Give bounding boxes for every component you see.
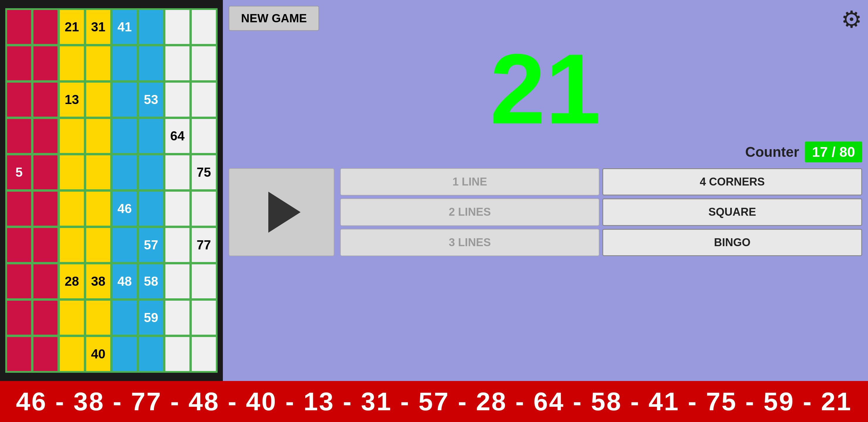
cell-r3c6[interactable]: 64 — [165, 119, 190, 154]
cell-r0c0[interactable] — [6, 9, 32, 44]
cell-r5c5[interactable] — [138, 191, 164, 226]
cell-r2c2[interactable]: 13 — [59, 82, 85, 117]
two-lines-option[interactable]: 2 LINES — [340, 198, 599, 226]
counter-value: 17 / 80 — [805, 141, 862, 162]
cell-r9c2[interactable] — [59, 336, 85, 371]
cell-r9c6[interactable] — [165, 336, 190, 371]
one-line-option[interactable]: 1 LINE — [340, 168, 599, 195]
cell-r8c1[interactable] — [33, 300, 58, 335]
cell-r6c4[interactable] — [112, 227, 137, 263]
cell-r0c4[interactable]: 41 — [112, 9, 137, 44]
cell-r2c0[interactable] — [6, 82, 32, 117]
cell-r5c4[interactable]: 46 — [112, 191, 137, 226]
cell-r4c1[interactable] — [33, 155, 58, 190]
cell-r8c2[interactable] — [59, 300, 85, 335]
cell-r6c7[interactable]: 77 — [191, 227, 216, 263]
cell-r7c6[interactable] — [165, 264, 190, 299]
cell-r7c3[interactable]: 38 — [86, 264, 111, 299]
ticker-text: 46 - 38 - 77 - 48 - 40 - 13 - 31 - 57 - … — [16, 387, 852, 416]
cell-r3c5[interactable] — [138, 119, 164, 154]
cell-r1c5[interactable] — [138, 46, 164, 81]
four-corners-option[interactable]: 4 CORNERS — [602, 168, 862, 195]
cell-r2c6[interactable] — [165, 82, 190, 117]
cell-r3c3[interactable] — [86, 119, 111, 154]
cell-r6c1[interactable] — [33, 227, 58, 263]
cell-r5c7[interactable] — [191, 191, 216, 226]
play-button[interactable] — [229, 168, 334, 256]
cell-r2c4[interactable] — [112, 82, 137, 117]
gear-icon[interactable]: ⚙ — [841, 6, 862, 33]
cell-r6c6[interactable] — [165, 227, 190, 263]
cell-r1c0[interactable] — [6, 46, 32, 81]
cell-r7c5[interactable]: 58 — [138, 264, 164, 299]
cell-r5c2[interactable] — [59, 191, 85, 226]
cell-r1c4[interactable] — [112, 46, 137, 81]
bingo-grid: 21 31 41 13 53 — [5, 8, 218, 373]
cell-r1c7[interactable] — [191, 46, 216, 81]
cell-r4c7[interactable]: 75 — [191, 155, 216, 190]
bingo-board: 21 31 41 13 53 — [0, 0, 223, 381]
cell-r3c1[interactable] — [33, 119, 58, 154]
cell-r3c4[interactable] — [112, 119, 137, 154]
cell-r7c0[interactable] — [6, 264, 32, 299]
cell-r4c2[interactable] — [59, 155, 85, 190]
new-game-button[interactable]: NEW GAME — [229, 6, 319, 31]
cell-r1c6[interactable] — [165, 46, 190, 81]
cell-r0c2[interactable]: 21 — [59, 9, 85, 44]
cell-r0c7[interactable] — [191, 9, 216, 44]
cell-r4c0[interactable]: 5 — [6, 155, 32, 190]
score-row-2: 2 LINES SQUARE — [340, 198, 862, 226]
cell-r3c0[interactable] — [6, 119, 32, 154]
cell-r5c1[interactable] — [33, 191, 58, 226]
cell-r6c5[interactable]: 57 — [138, 227, 164, 263]
bingo-option[interactable]: BINGO — [602, 229, 862, 256]
cell-r2c1[interactable] — [33, 82, 58, 117]
cell-r6c3[interactable] — [86, 227, 111, 263]
cell-r9c0[interactable] — [6, 336, 32, 371]
cell-r8c6[interactable] — [165, 300, 190, 335]
square-option[interactable]: SQUARE — [602, 198, 862, 226]
cell-r8c3[interactable] — [86, 300, 111, 335]
cell-r4c3[interactable] — [86, 155, 111, 190]
cell-r7c1[interactable] — [33, 264, 58, 299]
cell-r2c7[interactable] — [191, 82, 216, 117]
cell-r4c6[interactable] — [165, 155, 190, 190]
cell-r8c7[interactable] — [191, 300, 216, 335]
cell-r8c5[interactable]: 59 — [138, 300, 164, 335]
cell-r9c7[interactable] — [191, 336, 216, 371]
cell-r1c2[interactable] — [59, 46, 85, 81]
cell-r9c1[interactable] — [33, 336, 58, 371]
cell-r1c3[interactable] — [86, 46, 111, 81]
cell-r4c4[interactable] — [112, 155, 137, 190]
top-bar: NEW GAME ⚙ — [229, 6, 862, 33]
cell-r6c2[interactable] — [59, 227, 85, 263]
cell-r6c0[interactable] — [6, 227, 32, 263]
counter-row: Counter 17 / 80 — [229, 141, 862, 162]
cell-r9c5[interactable] — [138, 336, 164, 371]
cell-r5c6[interactable] — [165, 191, 190, 226]
cell-r0c5[interactable] — [138, 9, 164, 44]
cell-r0c3[interactable]: 31 — [86, 9, 111, 44]
cell-r2c5[interactable]: 53 — [138, 82, 164, 117]
cell-r1c1[interactable] — [33, 46, 58, 81]
cell-r7c7[interactable] — [191, 264, 216, 299]
cell-r3c7[interactable] — [191, 119, 216, 154]
score-row-1: 1 LINE 4 CORNERS — [340, 168, 862, 195]
score-options: 1 LINE 4 CORNERS 2 LINES SQUARE 3 LINES … — [340, 168, 862, 256]
right-panel: NEW GAME ⚙ 21 Counter 17 / 80 1 LINE 4 C… — [223, 0, 868, 381]
cell-r9c4[interactable] — [112, 336, 137, 371]
cell-r2c3[interactable] — [86, 82, 111, 117]
cell-r0c6[interactable] — [165, 9, 190, 44]
cell-r3c2[interactable] — [59, 119, 85, 154]
cell-r8c0[interactable] — [6, 300, 32, 335]
cell-r5c3[interactable] — [86, 191, 111, 226]
cell-r5c0[interactable] — [6, 191, 32, 226]
cell-r7c4[interactable]: 48 — [112, 264, 137, 299]
cell-r7c2[interactable]: 28 — [59, 264, 85, 299]
cell-r0c1[interactable] — [33, 9, 58, 44]
play-icon — [268, 192, 301, 233]
cell-r4c5[interactable] — [138, 155, 164, 190]
three-lines-option[interactable]: 3 LINES — [340, 229, 599, 256]
cell-r8c4[interactable] — [112, 300, 137, 335]
cell-r9c3[interactable]: 40 — [86, 336, 111, 371]
